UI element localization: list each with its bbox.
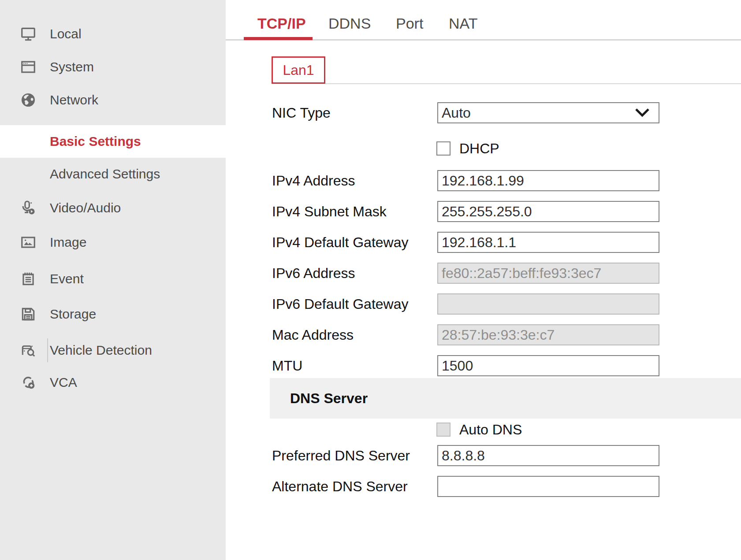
- picture-icon: [19, 233, 38, 252]
- sidebar-divider: [47, 338, 48, 362]
- nic-type-select[interactable]: Auto: [437, 102, 659, 123]
- sidebar-item-label: Storage: [50, 307, 96, 322]
- window-icon: [19, 57, 38, 77]
- lan-tab-divider-line: [272, 83, 741, 84]
- sidebar: Local System N: [0, 0, 226, 560]
- dns-server-section-header: DNS Server: [270, 378, 741, 419]
- vca-icon: [19, 373, 38, 392]
- sidebar-item-vehicle-detection[interactable]: Vehicle Detection: [0, 334, 226, 367]
- sidebar-item-event[interactable]: Event: [0, 263, 226, 295]
- ipv4-address-label: IPv4 Address: [272, 170, 355, 191]
- mtu-input[interactable]: [437, 355, 659, 376]
- sidebar-item-label: Video/Audio: [50, 200, 121, 215]
- ipv4-subnet-label: IPv4 Subnet Mask: [272, 201, 387, 222]
- ipv4-address-input[interactable]: [437, 170, 659, 191]
- alternate-dns-input[interactable]: [437, 476, 659, 497]
- tab-port[interactable]: Port: [396, 15, 423, 32]
- preferred-dns-label: Preferred DNS Server: [272, 445, 410, 466]
- tab-lan1[interactable]: Lan1: [272, 56, 325, 84]
- mtu-label: MTU: [272, 355, 302, 376]
- ipv4-gateway-input[interactable]: [437, 232, 659, 253]
- dhcp-row: DHCP: [436, 141, 499, 156]
- sidebar-item-label: System: [50, 59, 94, 74]
- sidebar-item-label: Advanced Settings: [50, 167, 160, 182]
- sidebar-item-label: Local: [50, 26, 82, 41]
- tab-tcpip[interactable]: TCP/IP: [257, 15, 306, 32]
- sidebar-item-video-audio[interactable]: Video/Audio: [0, 192, 226, 224]
- sidebar-item-storage[interactable]: Storage: [0, 298, 226, 330]
- ipv6-address-input: [437, 263, 659, 284]
- floppy-icon: [19, 304, 38, 324]
- sidebar-item-label: Network: [50, 93, 98, 108]
- tab-nat[interactable]: NAT: [449, 15, 477, 32]
- sidebar-item-advanced-settings[interactable]: Advanced Settings: [0, 158, 226, 190]
- dns-server-title: DNS Server: [290, 390, 368, 407]
- sidebar-item-network[interactable]: Network: [0, 84, 226, 116]
- ipv6-address-label: IPv6 Address: [272, 263, 355, 284]
- camera-settings-page: Local System N: [0, 0, 741, 560]
- auto-dns-label: Auto DNS: [459, 422, 522, 438]
- ipv6-gateway-row: IPv6 Default Gateway: [226, 293, 741, 315]
- mac-address-input: [437, 324, 659, 345]
- sidebar-item-vca[interactable]: VCA: [0, 366, 226, 399]
- sidebar-item-label: Vehicle Detection: [50, 343, 152, 358]
- ipv6-address-row: IPv6 Address: [226, 263, 741, 284]
- ipv4-subnet-row: IPv4 Subnet Mask: [226, 201, 741, 222]
- mac-address-row: Mac Address: [226, 324, 741, 345]
- lan1-label: Lan1: [283, 62, 314, 78]
- mtu-row: MTU: [226, 355, 741, 376]
- alternate-dns-label: Alternate DNS Server: [272, 476, 408, 497]
- auto-dns-row: Auto DNS: [436, 422, 522, 437]
- sidebar-item-label: Image: [50, 235, 86, 250]
- alternate-dns-row: Alternate DNS Server: [226, 476, 741, 497]
- active-tab-underline: [244, 37, 313, 40]
- globe-icon: [19, 90, 38, 110]
- sidebar-item-basic-settings[interactable]: Basic Settings: [0, 125, 226, 158]
- tcpip-settings-panel: TCP/IP DDNS Port NAT Lan1 NIC Type Auto …: [226, 0, 741, 560]
- preferred-dns-row: Preferred DNS Server: [226, 445, 741, 466]
- ipv4-address-row: IPv4 Address: [226, 170, 741, 191]
- notepad-icon: [19, 269, 38, 289]
- nic-type-selected-value: Auto: [442, 105, 471, 121]
- ipv6-gateway-label: IPv6 Default Gateway: [272, 293, 408, 315]
- microphone-icon: [19, 198, 38, 218]
- nic-type-label: NIC Type: [272, 102, 331, 123]
- sidebar-item-local[interactable]: Local: [0, 18, 226, 50]
- ipv6-gateway-input: [437, 293, 659, 315]
- tab-ddns[interactable]: DDNS: [328, 15, 371, 32]
- vehicle-search-icon: [19, 341, 38, 360]
- sidebar-item-label: Basic Settings: [50, 134, 141, 149]
- mac-address-label: Mac Address: [272, 324, 354, 345]
- sidebar-item-image[interactable]: Image: [0, 226, 226, 259]
- ipv4-subnet-input[interactable]: [437, 201, 659, 222]
- sidebar-item-label: VCA: [50, 375, 77, 390]
- ipv4-gateway-row: IPv4 Default Gateway: [226, 232, 741, 253]
- dhcp-label: DHCP: [459, 141, 499, 157]
- auto-dns-checkbox: [436, 423, 451, 437]
- monitor-icon: [19, 24, 38, 44]
- ipv4-gateway-label: IPv4 Default Gateway: [272, 232, 408, 253]
- nic-type-row: NIC Type Auto: [226, 102, 741, 123]
- dhcp-checkbox[interactable]: [436, 141, 451, 156]
- preferred-dns-input[interactable]: [437, 445, 659, 466]
- chevron-down-icon: [635, 108, 650, 118]
- sidebar-item-system[interactable]: System: [0, 51, 226, 83]
- sidebar-item-label: Event: [50, 271, 84, 286]
